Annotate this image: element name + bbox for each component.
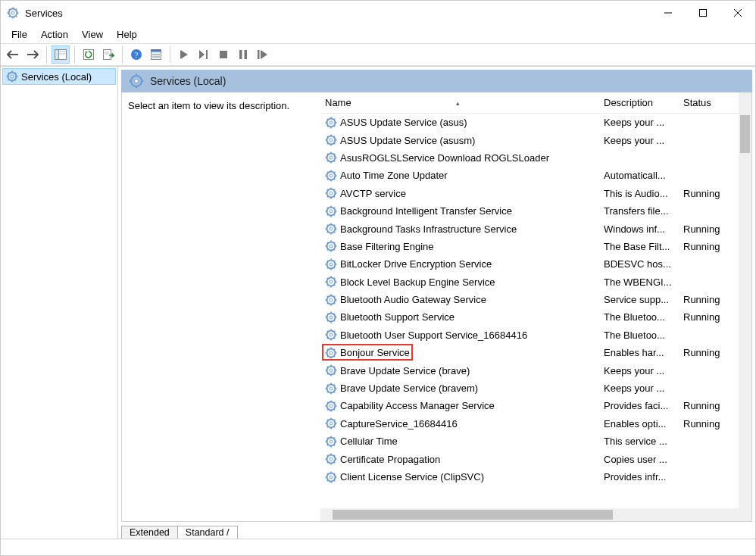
- service-row[interactable]: Capability Access Manager ServiceProvide…: [320, 397, 739, 414]
- stop-service-button[interactable]: [214, 45, 233, 64]
- export-list-button[interactable]: [99, 45, 117, 64]
- service-description: BDESVC hos...: [599, 258, 679, 270]
- start-service-button[interactable]: [175, 45, 193, 64]
- tab-extended[interactable]: Extended: [121, 526, 178, 539]
- gear-icon: [129, 73, 144, 89]
- service-row[interactable]: Background Intelligent Transfer ServiceT…: [320, 202, 739, 220]
- column-header-status[interactable]: Status: [679, 92, 736, 113]
- service-name: BitLocker Drive Encryption Service: [340, 258, 492, 270]
- svg-rect-34: [206, 50, 208, 59]
- column-header-description[interactable]: Description: [599, 92, 679, 113]
- menu-file[interactable]: File: [5, 27, 33, 42]
- service-status: Running: [679, 418, 736, 429]
- tab-standard[interactable]: Standard /: [177, 526, 238, 539]
- service-row[interactable]: Bluetooth Support ServiceThe Bluetoo...R…: [320, 308, 739, 326]
- nav-back-button[interactable]: [4, 45, 22, 64]
- description-prompt: Select an item to view its description.: [128, 100, 289, 111]
- service-row[interactable]: Client License Service (ClipSVC)Provides…: [320, 468, 739, 486]
- service-row[interactable]: ASUS Update Service (asusm)Keeps your ..…: [320, 131, 739, 148]
- service-row[interactable]: AsusROGLSLService Download ROGLSLoader: [320, 149, 739, 167]
- refresh-button[interactable]: [80, 45, 98, 64]
- service-row[interactable]: Certificate PropagationCopies user ...: [320, 450, 739, 467]
- service-name: AsusROGLSLService Download ROGLSLoader: [340, 152, 549, 164]
- services-window: Services File Action View Help: [0, 0, 756, 556]
- service-name: Brave Update Service (brave): [340, 365, 470, 376]
- service-status: Running: [679, 347, 736, 358]
- service-description: This service ...: [599, 436, 679, 447]
- gear-icon: [325, 347, 337, 359]
- gear-icon: [325, 240, 337, 252]
- service-name: Block Level Backup Engine Service: [340, 276, 495, 288]
- split-pane: Select an item to view its description. …: [121, 92, 752, 522]
- content-header: Services (Local): [121, 70, 752, 92]
- svg-rect-36: [239, 50, 242, 59]
- gear-icon: [325, 364, 337, 376]
- service-row[interactable]: Block Level Backup Engine ServiceThe WBE…: [320, 273, 739, 291]
- service-list-pane: Name ▴ Description Status ASUS Update Se…: [320, 92, 751, 521]
- close-button[interactable]: [720, 1, 755, 25]
- service-status: Running: [679, 223, 736, 235]
- vertical-scrollbar[interactable]: [739, 92, 751, 521]
- menu-view[interactable]: View: [76, 27, 109, 42]
- horizontal-scrollbar[interactable]: [320, 508, 739, 521]
- service-row[interactable]: Bluetooth Audio Gateway ServiceService s…: [320, 291, 739, 308]
- restart-service-button[interactable]: [254, 45, 272, 64]
- service-row[interactable]: Bonjour ServiceEnables har...Running: [320, 344, 739, 361]
- toolbar: ?: [1, 43, 755, 66]
- service-description: This is Audio...: [599, 188, 679, 199]
- service-name: Certificate Propagation: [340, 454, 440, 465]
- service-name: Bluetooth Support Service: [340, 311, 455, 323]
- service-row[interactable]: Background Tasks Infrastructure ServiceW…: [320, 220, 739, 237]
- gear-icon: [325, 453, 337, 465]
- service-row[interactable]: Base Filtering EngineThe Base Filt...Run…: [320, 238, 739, 255]
- gear-icon: [325, 276, 337, 288]
- sort-caret-icon: ▴: [456, 99, 460, 107]
- start-once-button[interactable]: [195, 45, 213, 64]
- nav-forward-button[interactable]: [23, 45, 42, 64]
- service-row[interactable]: ASUS Update Service (asus)Keeps your ...: [320, 114, 739, 131]
- service-name: Background Intelligent Transfer Service: [340, 205, 512, 217]
- minimize-button[interactable]: [651, 1, 686, 25]
- gear-icon: [325, 223, 337, 235]
- service-name: Client License Service (ClipSVC): [340, 471, 484, 483]
- service-description: Copies user ...: [599, 454, 679, 465]
- service-description: The Bluetoo...: [599, 311, 679, 323]
- service-row[interactable]: BitLocker Drive Encryption ServiceBDESVC…: [320, 255, 739, 273]
- service-description: Provides faci...: [599, 400, 679, 411]
- toolbar-separator: [74, 46, 75, 63]
- svg-rect-17: [700, 10, 707, 17]
- service-description: Enables opti...: [599, 418, 679, 429]
- service-row[interactable]: Brave Update Service (brave)Keeps your .…: [320, 361, 739, 379]
- menu-action[interactable]: Action: [35, 27, 74, 42]
- tree-pane: Services (Local): [1, 67, 118, 539]
- gear-icon: [325, 471, 337, 483]
- service-row[interactable]: Brave Update Service (bravem)Keeps your …: [320, 380, 739, 397]
- show-hide-tree-button[interactable]: [52, 45, 70, 64]
- service-name: Auto Time Zone Updater: [340, 170, 448, 181]
- gear-icon: [325, 205, 337, 217]
- gear-icon: [325, 417, 337, 429]
- maximize-button[interactable]: [686, 1, 720, 25]
- properties-button[interactable]: [147, 45, 165, 64]
- service-name: ASUS Update Service (asus): [340, 117, 467, 128]
- service-description: The WBENGI...: [599, 276, 679, 288]
- view-tabs: Extended Standard /: [118, 522, 755, 539]
- pause-service-button[interactable]: [234, 45, 252, 64]
- gear-icon: [325, 258, 337, 270]
- service-name: Bluetooth User Support Service_16684416: [340, 330, 527, 341]
- service-description: The Base Filt...: [599, 241, 679, 252]
- title-bar: Services: [1, 1, 755, 25]
- service-row[interactable]: Cellular TimeThis service ...: [320, 433, 739, 450]
- svg-rect-35: [220, 51, 227, 58]
- service-row[interactable]: AVCTP serviceThis is Audio...Running: [320, 185, 739, 202]
- column-header-name[interactable]: Name ▴: [320, 92, 599, 113]
- gear-icon: [325, 311, 337, 323]
- service-name: Cellular Time: [340, 436, 398, 447]
- service-row[interactable]: Bluetooth User Support Service_16684416T…: [320, 326, 739, 344]
- service-row[interactable]: CaptureService_16684416Enables opti...Ru…: [320, 415, 739, 433]
- service-status: Running: [679, 311, 736, 323]
- service-row[interactable]: Auto Time Zone UpdaterAutomaticall...: [320, 167, 739, 184]
- menu-help[interactable]: Help: [111, 27, 143, 42]
- help-button[interactable]: ?: [127, 45, 145, 64]
- tree-item-services-local[interactable]: Services (Local): [2, 68, 116, 85]
